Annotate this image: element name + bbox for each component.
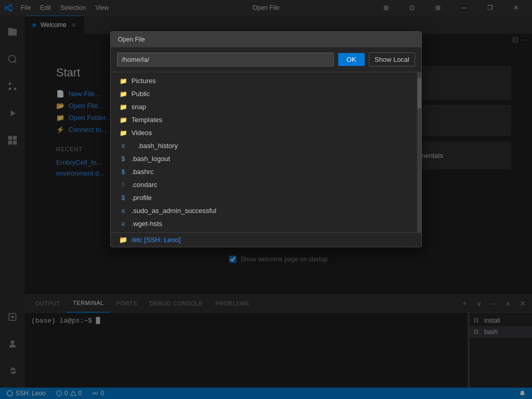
- etc-icon: 📁: [119, 236, 127, 244]
- file-icon: $: [119, 155, 127, 163]
- dialog-title-bar: Open File: [111, 32, 421, 47]
- list-item[interactable]: 📁 snap: [111, 100, 421, 113]
- list-item[interactable]: $ .bash_logout: [111, 152, 421, 165]
- etc-label: /etc [SSH: Leoo]: [131, 236, 181, 244]
- file-path-input[interactable]: [117, 52, 334, 66]
- folder-icon: 📁: [119, 90, 127, 98]
- show-local-button[interactable]: Show Local: [369, 52, 415, 66]
- list-item[interactable]: 📁 Public: [111, 87, 421, 100]
- list-item[interactable]: ≡ .wget-hsts: [111, 217, 421, 230]
- list-item[interactable]: $ .bashrc: [111, 165, 421, 178]
- ok-button[interactable]: OK: [338, 53, 365, 66]
- folder-icon: 📁: [119, 103, 127, 111]
- open-file-dialog: Open File OK Show Local 📁 Pictures 📁 Pub…: [110, 31, 422, 247]
- scrollbar-thumb: [417, 77, 421, 109]
- file-icon: !: [119, 181, 127, 189]
- file-icon: ≡: [119, 220, 127, 228]
- etc-ssh-item[interactable]: 📁 /etc [SSH: Leoo]: [111, 232, 421, 247]
- folder-icon: 📁: [119, 77, 127, 85]
- list-item[interactable]: 📁 Templates: [111, 113, 421, 126]
- scrollbar-track[interactable]: [417, 72, 421, 232]
- file-list: 📁 Pictures 📁 Public 📁 snap 📁 Templates 📁…: [111, 72, 421, 232]
- list-item[interactable]: ≡ .sudo_as_admin_successful: [111, 204, 421, 217]
- file-icon: ≡: [119, 142, 127, 150]
- file-icon: $: [119, 168, 127, 176]
- dialog-title: Open File: [118, 36, 145, 43]
- file-icon: $: [119, 194, 127, 202]
- dialog-overlay: Open File OK Show Local 📁 Pictures 📁 Pub…: [0, 0, 532, 399]
- folder-icon: 📁: [119, 129, 127, 137]
- dialog-input-row: OK Show Local: [111, 47, 421, 72]
- list-item[interactable]: $ .profile: [111, 191, 421, 204]
- list-item[interactable]: 📁 Pictures: [111, 74, 421, 87]
- file-icon: ≡: [119, 207, 127, 215]
- list-item[interactable]: ! .condarc: [111, 178, 421, 191]
- list-item[interactable]: ≡ .bash_history: [111, 139, 421, 152]
- folder-icon: 📁: [119, 116, 127, 124]
- list-item[interactable]: 📁 Videos: [111, 126, 421, 139]
